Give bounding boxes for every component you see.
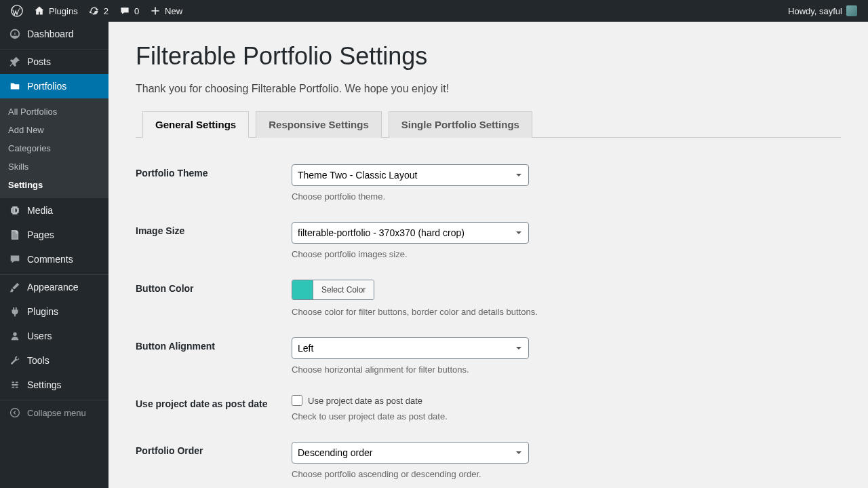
menu-comments[interactable]: Comments: [0, 247, 108, 271]
field-label-button-align: Button Alignment: [136, 327, 285, 385]
menu-label: Plugins: [27, 306, 58, 317]
menu-media[interactable]: Media: [0, 198, 108, 223]
field-label-button-color: Button Color: [136, 269, 285, 327]
portfolio-theme-select[interactable]: Theme Two - Classic Layout: [292, 164, 529, 186]
button-alignment-select[interactable]: Left: [292, 337, 529, 359]
menu-label: Dashboard: [27, 29, 74, 39]
site-name-label: Plugins: [49, 6, 78, 16]
portfolio-order-select[interactable]: Descending order: [292, 442, 529, 464]
button-color-picker[interactable]: Select Color: [292, 280, 374, 300]
comment-icon: [119, 5, 130, 16]
submenu-portfolios: All Portfolios Add New Categories Skills…: [0, 98, 108, 198]
my-account[interactable]: Howdy, sayful: [783, 0, 863, 22]
color-swatch: [292, 280, 313, 299]
admin-toolbar: Plugins 2 0 New Howdy, sayful: [0, 0, 868, 22]
portfolio-icon: [8, 79, 22, 93]
field-label-order: Portfolio Order: [136, 432, 285, 488]
menu-label: Users: [27, 331, 52, 341]
collapse-label: Collapse menu: [27, 408, 86, 418]
field-desc: Choose portfolio ascending or descending…: [292, 469, 834, 479]
menu-appearance[interactable]: Appearance: [0, 275, 108, 299]
menu-label: Media: [27, 205, 53, 216]
collapse-icon: [8, 406, 22, 419]
image-size-select[interactable]: filterable-portfolio - 370x370 (hard cro…: [292, 222, 529, 244]
dashboard-icon: [8, 27, 22, 41]
menu-pages[interactable]: Pages: [0, 223, 108, 247]
submenu-skills[interactable]: Skills: [0, 157, 108, 176]
menu-label: Settings: [27, 379, 62, 390]
submenu-categories[interactable]: Categories: [0, 139, 108, 157]
update-icon: [89, 5, 100, 16]
pin-icon: [8, 55, 22, 69]
menu-tools[interactable]: Tools: [0, 348, 108, 373]
tabs: General Settings Responsive Settings Sin…: [136, 111, 841, 138]
submenu-settings[interactable]: Settings: [0, 176, 108, 194]
wordpress-icon: [11, 5, 23, 17]
field-desc: Choose horizontal alignment for filter b…: [292, 364, 834, 375]
field-desc: Choose color for filter buttons, border …: [292, 307, 834, 317]
menu-dashboard[interactable]: Dashboard: [0, 22, 108, 46]
plus-icon: [150, 5, 161, 16]
new-content[interactable]: New: [144, 0, 188, 22]
menu-label: Portfolios: [27, 81, 66, 92]
tab-general[interactable]: General Settings: [142, 111, 249, 138]
submenu-add-new[interactable]: Add New: [0, 121, 108, 139]
comments-count: 0: [134, 6, 139, 16]
svg-rect-1: [12, 231, 18, 240]
admin-sidebar: Dashboard Posts Portfolios All Portfolio…: [0, 22, 108, 488]
select-color-button[interactable]: Select Color: [313, 280, 374, 299]
project-date-checkbox[interactable]: [292, 395, 302, 406]
wp-logo[interactable]: [5, 0, 28, 22]
plugin-icon: [8, 305, 22, 318]
menu-settings[interactable]: Settings: [0, 373, 108, 397]
comments-icon: [8, 252, 22, 266]
page-icon: [8, 228, 22, 242]
menu-label: Posts: [27, 56, 51, 67]
updates-count: 2: [104, 6, 108, 16]
tools-icon: [8, 354, 22, 367]
comments-bubble[interactable]: 0: [114, 0, 144, 22]
page-subtitle: Thank you for choosing Filterable Portfo…: [136, 83, 841, 95]
tab-single[interactable]: Single Portfolio Settings: [389, 111, 532, 138]
checkbox-label: Use project date as post date: [308, 396, 422, 406]
svg-point-2: [13, 333, 16, 336]
menu-portfolios[interactable]: Portfolios: [0, 74, 108, 98]
field-desc: Check to user project date as post date.: [292, 411, 834, 421]
field-label-image-size: Image Size: [136, 212, 285, 269]
site-name[interactable]: Plugins: [28, 0, 83, 22]
updates[interactable]: 2: [83, 0, 114, 22]
settings-icon: [8, 378, 22, 392]
field-label-project-date: Use project date as post date: [136, 385, 285, 432]
tab-responsive[interactable]: Responsive Settings: [256, 111, 382, 138]
submenu-all-portfolios[interactable]: All Portfolios: [0, 102, 108, 121]
menu-plugins[interactable]: Plugins: [0, 299, 108, 324]
user-icon: [8, 329, 22, 343]
settings-form: Portfolio Theme Theme Two - Classic Layo…: [136, 154, 841, 488]
field-desc: Choose portfolio images size.: [292, 249, 834, 259]
page-title: Filterable Portfolio Settings: [136, 42, 841, 71]
field-desc: Choose portfolio theme.: [292, 191, 834, 202]
avatar: [846, 5, 857, 16]
field-label-theme: Portfolio Theme: [136, 154, 285, 212]
home-icon: [34, 5, 45, 16]
new-label: New: [165, 6, 182, 16]
menu-posts[interactable]: Posts: [0, 50, 108, 74]
menu-label: Appearance: [27, 282, 79, 293]
greeting-text: Howdy, sayful: [788, 6, 842, 16]
collapse-menu[interactable]: Collapse menu: [0, 400, 108, 425]
menu-label: Tools: [27, 355, 50, 366]
project-date-checkbox-row[interactable]: Use project date as post date: [292, 395, 834, 406]
menu-label: Pages: [27, 229, 54, 240]
svg-point-3: [11, 409, 20, 417]
media-icon: [8, 204, 22, 217]
brush-icon: [8, 280, 22, 294]
menu-users[interactable]: Users: [0, 324, 108, 348]
menu-label: Comments: [27, 254, 73, 265]
